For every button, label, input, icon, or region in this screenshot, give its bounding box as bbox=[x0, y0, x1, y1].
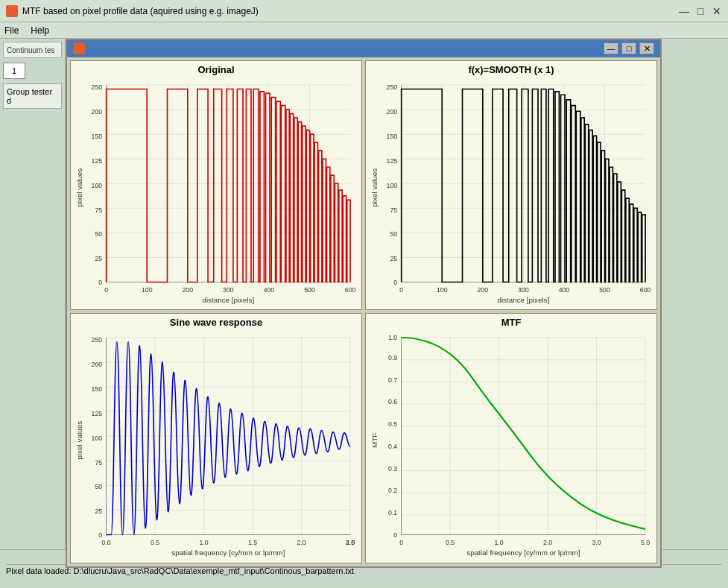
svg-text:0: 0 bbox=[399, 286, 403, 294]
svg-text:100: 100 bbox=[437, 286, 448, 294]
original-panel: Original bbox=[70, 60, 362, 311]
svg-text:2.0: 2.0 bbox=[543, 539, 552, 546]
svg-text:1.0: 1.0 bbox=[200, 539, 209, 546]
chart-grid: Original bbox=[67, 57, 660, 566]
svg-text:0.5: 0.5 bbox=[388, 420, 397, 428]
svg-text:0.1: 0.1 bbox=[388, 509, 397, 516]
minimize-button[interactable]: — bbox=[679, 6, 689, 16]
main-layout: Continuum tes 1 Group tester d Frequency… bbox=[0, 39, 728, 572]
svg-text:75: 75 bbox=[390, 206, 397, 214]
svg-text:600: 600 bbox=[640, 286, 651, 294]
sine-panel: Sine wave response bbox=[70, 313, 362, 563]
svg-text:0: 0 bbox=[399, 539, 403, 546]
svg-text:0.4: 0.4 bbox=[388, 443, 397, 450]
svg-text:spatial frequency [cy/mm or lp: spatial frequency [cy/mm or lp/mm] bbox=[466, 549, 580, 557]
sidebar-num-value: 1 bbox=[12, 66, 16, 75]
dialog-icon bbox=[73, 42, 85, 54]
mtf-title: MTF bbox=[369, 317, 653, 328]
svg-text:0: 0 bbox=[393, 531, 397, 539]
svg-text:200: 200 bbox=[387, 107, 398, 115]
svg-text:400: 400 bbox=[264, 286, 275, 294]
dialog-minimize[interactable]: — bbox=[604, 42, 618, 54]
svg-text:50: 50 bbox=[95, 483, 102, 490]
svg-text:125: 125 bbox=[387, 157, 398, 164]
smooth-chart-area: 0 25 50 75 100 125 150 200 250 0 100 200… bbox=[369, 77, 653, 307]
svg-text:0.9: 0.9 bbox=[388, 354, 397, 361]
dialog-controls: — □ ✕ bbox=[604, 42, 654, 54]
svg-text:0: 0 bbox=[98, 531, 102, 539]
svg-text:250: 250 bbox=[92, 336, 103, 344]
svg-text:125: 125 bbox=[92, 157, 103, 164]
svg-text:0.0: 0.0 bbox=[102, 539, 111, 546]
svg-text:distance [pixels]: distance [pixels] bbox=[202, 296, 254, 304]
svg-text:0.3: 0.3 bbox=[388, 465, 397, 472]
svg-text:75: 75 bbox=[95, 206, 102, 214]
original-chart-svg: 0 25 50 75 100 125 150 200 250 0 100 200… bbox=[74, 77, 358, 307]
svg-text:400: 400 bbox=[559, 286, 570, 294]
svg-text:600: 600 bbox=[345, 286, 356, 294]
sine-chart-area: 0 25 50 75 100 125 150 200 250 0.0 0.5 1… bbox=[74, 329, 358, 560]
menu-help[interactable]: Help bbox=[31, 25, 49, 36]
svg-text:0: 0 bbox=[104, 286, 108, 294]
left-sidebar: Continuum tes 1 Group tester d Frequency… bbox=[0, 39, 66, 572]
svg-text:pixel values: pixel values bbox=[370, 168, 379, 207]
svg-text:100: 100 bbox=[92, 434, 103, 442]
menu-file[interactable]: File bbox=[4, 25, 19, 36]
sine-chart-svg: 0 25 50 75 100 125 150 200 250 0.0 0.5 1… bbox=[74, 329, 358, 560]
svg-text:0: 0 bbox=[98, 279, 102, 286]
original-chart-area: 0 25 50 75 100 125 150 200 250 0 100 200… bbox=[74, 77, 358, 307]
sidebar-num-box: 1 bbox=[3, 63, 25, 79]
continuum-label: Continuum tes bbox=[7, 46, 54, 54]
app-icon bbox=[6, 5, 18, 17]
svg-text:200: 200 bbox=[478, 286, 489, 294]
svg-text:1.0: 1.0 bbox=[495, 539, 504, 546]
dialog-window: — □ ✕ Original bbox=[66, 39, 662, 568]
svg-text:50: 50 bbox=[95, 230, 102, 238]
svg-text:3.0: 3.0 bbox=[592, 539, 601, 546]
top-bar: MTF based on pixel profile data (aquired… bbox=[0, 0, 728, 22]
svg-text:25: 25 bbox=[390, 255, 397, 262]
svg-text:5.0: 5.0 bbox=[641, 539, 650, 546]
dialog-title-bar: — □ ✕ bbox=[67, 40, 660, 57]
svg-text:0.2: 0.2 bbox=[388, 487, 397, 495]
svg-text:150: 150 bbox=[387, 132, 398, 139]
svg-text:200: 200 bbox=[92, 361, 103, 368]
smooth-chart-svg: 0 25 50 75 100 125 150 200 250 0 100 200… bbox=[369, 77, 653, 307]
svg-text:100: 100 bbox=[142, 286, 153, 294]
svg-text:500: 500 bbox=[599, 286, 610, 294]
dialog-title bbox=[89, 43, 604, 54]
group-tester-label: Group tester d bbox=[7, 87, 52, 105]
window-controls: — □ ✕ bbox=[679, 6, 722, 16]
continuum-box: Continuum tes bbox=[3, 42, 62, 58]
svg-text:100: 100 bbox=[92, 182, 103, 189]
svg-text:0.6: 0.6 bbox=[388, 399, 397, 406]
maximize-button[interactable]: □ bbox=[695, 6, 706, 16]
dialog-maximize[interactable]: □ bbox=[621, 42, 636, 54]
svg-text:3.0: 3.0 bbox=[346, 539, 355, 546]
svg-text:25: 25 bbox=[95, 508, 102, 515]
svg-text:0.7: 0.7 bbox=[388, 376, 397, 384]
svg-text:100: 100 bbox=[387, 182, 398, 189]
window-title: MTF based on pixel profile data (aquired… bbox=[22, 6, 259, 16]
svg-text:distance [pixels]: distance [pixels] bbox=[497, 296, 549, 304]
svg-text:200: 200 bbox=[183, 286, 194, 294]
svg-text:500: 500 bbox=[304, 286, 315, 294]
svg-text:MTF: MTF bbox=[370, 433, 379, 448]
svg-text:0.5: 0.5 bbox=[151, 539, 159, 546]
svg-text:0.5: 0.5 bbox=[446, 539, 455, 546]
svg-text:1.0: 1.0 bbox=[388, 335, 397, 342]
svg-text:75: 75 bbox=[95, 459, 102, 467]
svg-text:2.0: 2.0 bbox=[297, 539, 306, 546]
original-title: Original bbox=[74, 64, 358, 75]
close-button[interactable]: ✕ bbox=[712, 6, 722, 16]
svg-text:50: 50 bbox=[390, 230, 397, 238]
svg-text:150: 150 bbox=[92, 385, 103, 393]
dialog-close[interactable]: ✕ bbox=[639, 42, 654, 54]
mtf-chart-svg: 0 0.1 0.2 0.3 0.4 0.5 0.6 0.7 0.9 1.0 0 … bbox=[369, 329, 653, 560]
svg-text:pixel values: pixel values bbox=[75, 421, 83, 460]
svg-text:1.5: 1.5 bbox=[248, 539, 257, 546]
svg-text:25: 25 bbox=[95, 255, 102, 262]
mtf-panel: MTF bbox=[365, 313, 657, 563]
svg-text:spatial frequency [cy/mm or lp: spatial frequency [cy/mm or lp/mm] bbox=[171, 549, 285, 557]
svg-text:250: 250 bbox=[92, 83, 103, 90]
